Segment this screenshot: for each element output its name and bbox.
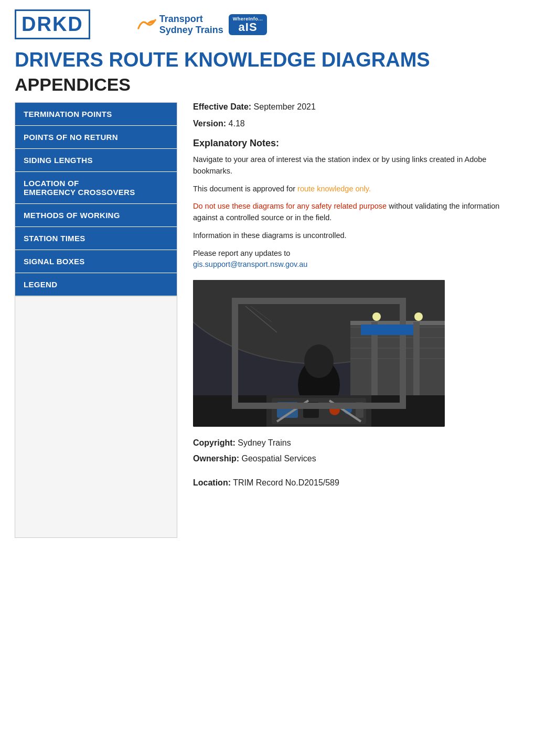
version-label: Version: [193, 119, 226, 128]
whereinfo-badge: WhereInfo... aIS [229, 14, 268, 35]
drkd-logo: DRKD [15, 9, 90, 39]
transport-logo: Transport Sydney Trains [137, 14, 223, 35]
note2-orange: route knowledge only. [297, 185, 371, 193]
transport-bird-icon [137, 15, 156, 34]
copyright: Copyright: Sydney Trains [193, 438, 520, 448]
train-cab-image [193, 280, 445, 427]
location-value: TRIM Record No.D2015/589 [233, 478, 339, 487]
sidebar-item-points-of-no-return[interactable]: POINTS OF NO RETURN [15, 126, 177, 149]
right-content: Effective Date: September 2021 Version: … [193, 102, 520, 488]
location-label: Location: [193, 478, 231, 487]
support-email-link[interactable]: gis.support@transport.nsw.gov.au [193, 260, 307, 268]
effective-date-label: Effective Date: [193, 102, 251, 111]
note3-red: Do not use these diagrams for any safety… [193, 202, 387, 210]
sidebar-item-siding-lengths[interactable]: SIDING LENGTHS [15, 149, 177, 172]
main-title: DRIVERS ROUTE KNOWLEDGE DIAGRAMS [0, 45, 535, 73]
note2: This document is approved for route know… [193, 183, 520, 195]
ownership-label: Ownership: [193, 454, 239, 463]
note5: Please report any updates to gis.support… [193, 248, 520, 271]
transport-line1: Transport [159, 14, 223, 25]
effective-date-value: September 2021 [254, 102, 316, 111]
version-value: 4.18 [229, 119, 245, 128]
sidebar-item-signal-boxes[interactable]: SIGNAL BOXES [15, 250, 177, 273]
sidebar-empty-space [15, 296, 177, 537]
sidebar: TERMINATION POINTS POINTS OF NO RETURN S… [15, 102, 177, 538]
sidebar-item-station-times[interactable]: STATION TIMES [15, 227, 177, 250]
note4: Information in these diagrams is uncontr… [193, 230, 520, 242]
transport-text: Transport Sydney Trains [159, 14, 223, 35]
whereinfo-bottom: aIS [239, 21, 258, 33]
sidebar-item-emergency-crossovers[interactable]: LOCATION OF EMERGENCY CROSSOVERS [15, 172, 177, 204]
svg-point-12 [414, 312, 423, 321]
copyright-value: Sydney Trains [238, 438, 291, 447]
sub-title: APPENDICES [0, 73, 535, 102]
sidebar-item-methods-of-working[interactable]: METHODS OF WORKING [15, 204, 177, 227]
copyright-label: Copyright: [193, 438, 236, 447]
ownership: Ownership: Geospatial Services [193, 454, 520, 463]
note3: Do not use these diagrams for any safety… [193, 201, 520, 224]
content-area: TERMINATION POINTS POINTS OF NO RETURN S… [0, 102, 535, 553]
svg-rect-4 [350, 321, 445, 325]
sidebar-item-legend[interactable]: LEGEND [15, 273, 177, 296]
svg-rect-10 [413, 322, 420, 395]
svg-rect-25 [361, 325, 413, 335]
ownership-value: Geospatial Services [241, 454, 316, 463]
page-header: DRKD Transport Sydney Trains WhereInfo..… [0, 0, 535, 45]
transport-line2: Sydney Trains [159, 25, 223, 36]
note1: Navigate to your area of interest via th… [193, 154, 520, 177]
location: Location: TRIM Record No.D2015/589 [193, 478, 520, 488]
sidebar-item-termination-points[interactable]: TERMINATION POINTS [15, 103, 177, 126]
logo-group: Transport Sydney Trains WhereInfo... aIS [137, 14, 268, 35]
svg-point-14 [304, 344, 334, 378]
version: Version: 4.18 [193, 119, 520, 128]
explanatory-notes-heading: Explanatory Notes: [193, 138, 520, 149]
effective-date: Effective Date: September 2021 [193, 102, 520, 112]
svg-point-11 [372, 312, 381, 321]
